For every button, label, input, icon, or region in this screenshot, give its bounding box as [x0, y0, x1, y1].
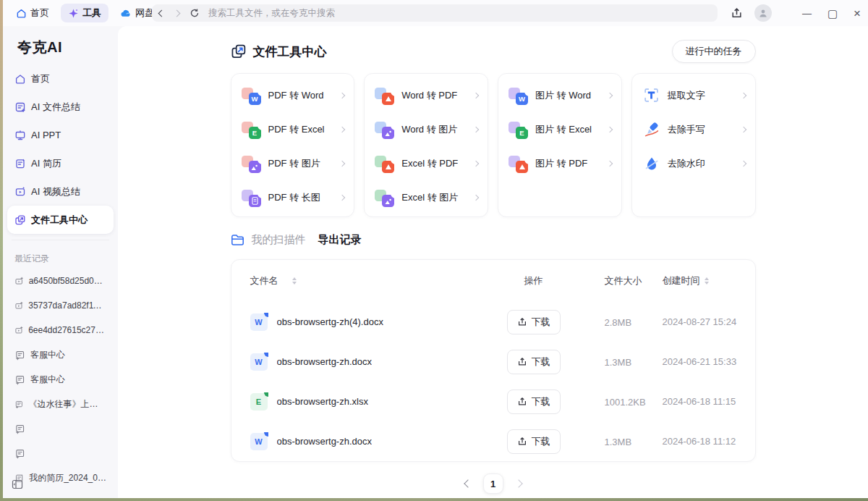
prev-page-icon[interactable]: [464, 479, 472, 487]
sidebar-item-ai-doc-summary[interactable]: AI 文件总结: [7, 93, 114, 121]
recent-item[interactable]: 35737da7ad82f11ac66...: [7, 293, 114, 318]
recent-item[interactable]: 我的简历_2024_08_05: [7, 466, 114, 490]
export-icon: [517, 357, 527, 367]
avatar[interactable]: [754, 4, 772, 22]
tool-remove-watermark[interactable]: 去除水印: [632, 146, 755, 180]
next-page-icon[interactable]: [514, 479, 522, 487]
tool-label: Excel 转 图片: [401, 191, 474, 204]
chevron-right-icon: [607, 126, 613, 132]
tool-label: Word 转 图片: [401, 123, 474, 136]
recent-item[interactable]: [7, 416, 114, 441]
tool-word-to-pdf[interactable]: Word 转 PDF: [365, 78, 488, 112]
collapse-sidebar-button[interactable]: [12, 479, 23, 492]
main-panel: 文件工具中心 进行中的任务 W PDF 转 Word E PDF 转 Exc: [118, 26, 868, 498]
tool-excel-to-image[interactable]: Excel 转 图片: [365, 180, 488, 214]
tool-excel-to-pdf[interactable]: Excel 转 PDF: [365, 146, 488, 180]
file-name: obs-browsertg-zh(4).docx: [277, 316, 383, 327]
chevron-right-icon: [740, 92, 746, 98]
chevron-right-icon: [339, 160, 345, 166]
ocr-icon: [643, 87, 660, 104]
tab-label: 首页: [30, 7, 49, 20]
doc-add-icon: [14, 448, 25, 459]
video-record-icon: [14, 325, 23, 336]
doc-add-icon: [14, 399, 23, 410]
tool-label: PDF 转 图片: [268, 157, 341, 170]
refresh-icon[interactable]: [190, 8, 200, 18]
file-name: obs-browsertg-zh.xlsx: [277, 396, 368, 407]
word-file-icon: W: [250, 353, 268, 371]
tool-pdf-to-long-image[interactable]: PDF 转 长图: [231, 180, 354, 214]
header-filesize: 文件大小: [605, 275, 642, 286]
file-tools-center-icon: [231, 43, 247, 59]
minimize-button[interactable]: —: [802, 9, 812, 18]
header-created[interactable]: 创建时间: [663, 274, 700, 287]
sort-filename-icon[interactable]: [292, 277, 297, 285]
tool-erase-handwriting[interactable]: 去除手写: [632, 112, 755, 146]
recent-item[interactable]: 客服中心: [7, 342, 114, 367]
share-icon[interactable]: [731, 7, 743, 20]
forward-icon[interactable]: [174, 9, 181, 17]
sort-created-icon[interactable]: [705, 277, 709, 285]
header-filename[interactable]: 文件名: [250, 274, 278, 287]
tool-card-pdf: W PDF 转 Word E PDF 转 Excel PDF 转 图片: [231, 73, 355, 217]
tool-word-to-image[interactable]: Word 转 图片: [365, 112, 488, 146]
recent-item-label: 客服中心: [30, 374, 65, 386]
sidebar-item-label: AI PPT: [31, 130, 61, 140]
export-records-table: 文件名 操作 文件大小 创建时间 W obs-browse: [231, 259, 756, 462]
recent-item[interactable]: [7, 441, 114, 466]
tab-home[interactable]: 首页: [9, 4, 56, 22]
tool-pdf-to-image[interactable]: PDF 转 图片: [231, 146, 354, 180]
recent-item[interactable]: 《边水往事》上映平台...: [7, 392, 114, 416]
recent-item-label: 6ee4dd27615c277af85...: [28, 325, 106, 335]
word-file-icon: W: [250, 433, 268, 450]
recent-item[interactable]: a6450bf58d25d0e251...: [7, 269, 114, 293]
tool-image-to-excel[interactable]: E 图片 转 Excel: [498, 112, 621, 146]
recent-item[interactable]: 客服中心: [7, 367, 114, 392]
doc-add-icon: [14, 374, 25, 385]
address-search-bar[interactable]: 搜索工具文件，或在夸克中搜索: [152, 4, 718, 22]
maximize-button[interactable]: ▢: [827, 8, 838, 19]
download-button[interactable]: 下载: [507, 390, 561, 414]
created-time: 2024-06-21 15:33: [663, 356, 737, 367]
sidebar-item-file-tools[interactable]: 文件工具中心: [7, 206, 114, 234]
sidebar-item-ai-resume[interactable]: AI 简历: [7, 149, 114, 177]
pdf-to-long-image-icon: [242, 188, 261, 207]
tool-image-to-pdf[interactable]: 图片 转 PDF: [498, 146, 621, 180]
ongoing-tasks-button[interactable]: 进行中的任务: [672, 40, 756, 63]
sidebar-item-home[interactable]: 首页: [7, 64, 114, 93]
recent-list: a6450bf58d25d0e251... 35737da7ad82f11ac6…: [3, 269, 118, 490]
ai-video-icon: [14, 186, 26, 198]
table-row: W obs-browsertg-zh(4).docx 下载 2.8MB 2024…: [250, 302, 736, 342]
recent-item[interactable]: 6ee4dd27615c277af85...: [7, 318, 114, 342]
download-button[interactable]: 下载: [507, 310, 561, 334]
tool-pdf-to-word[interactable]: W PDF 转 Word: [231, 78, 354, 112]
current-page[interactable]: 1: [483, 473, 503, 494]
excel-to-pdf-icon: [375, 153, 394, 173]
tool-extract-text[interactable]: 提取文字: [632, 78, 755, 112]
recent-item-label: 客服中心: [30, 349, 65, 361]
records-tabs: 我的扫描件 导出记录: [231, 233, 756, 247]
tool-label: 图片 转 Word: [535, 89, 608, 102]
word-to-pdf-icon: [375, 85, 394, 105]
page-header: 文件工具中心 进行中的任务: [231, 38, 756, 64]
close-button[interactable]: ×: [854, 7, 861, 20]
chevron-right-icon: [740, 126, 746, 132]
download-button[interactable]: 下载: [507, 429, 561, 454]
tool-image-to-word[interactable]: W 图片 转 Word: [498, 78, 621, 112]
download-button[interactable]: 下载: [507, 350, 561, 374]
sidebar-divider: [12, 240, 109, 240]
chevron-right-icon: [473, 160, 479, 166]
tool-pdf-to-excel[interactable]: E PDF 转 Excel: [231, 112, 354, 146]
tool-card-utilities: 提取文字 去除手写 去除水印: [631, 73, 756, 217]
tab-tools[interactable]: 工具: [61, 4, 109, 22]
sidebar-item-ai-ppt[interactable]: AI PPT: [7, 121, 114, 149]
sidebar-item-ai-video-summary[interactable]: AI 视频总结: [7, 177, 114, 206]
image-to-word-icon: W: [509, 85, 528, 105]
file-name: obs-browsertg-zh.docx: [277, 436, 373, 447]
created-time: 2024-06-18 11:12: [663, 436, 736, 447]
tab-export-records[interactable]: 导出记录: [318, 233, 362, 247]
collapse-panel-icon: [12, 479, 23, 489]
tab-my-scans[interactable]: 我的扫描件: [252, 233, 306, 247]
sidebar-menu: 首页 AI 文件总结 AI PPT AI 简历 AI 视频总结: [3, 64, 118, 234]
back-icon[interactable]: [158, 9, 166, 17]
